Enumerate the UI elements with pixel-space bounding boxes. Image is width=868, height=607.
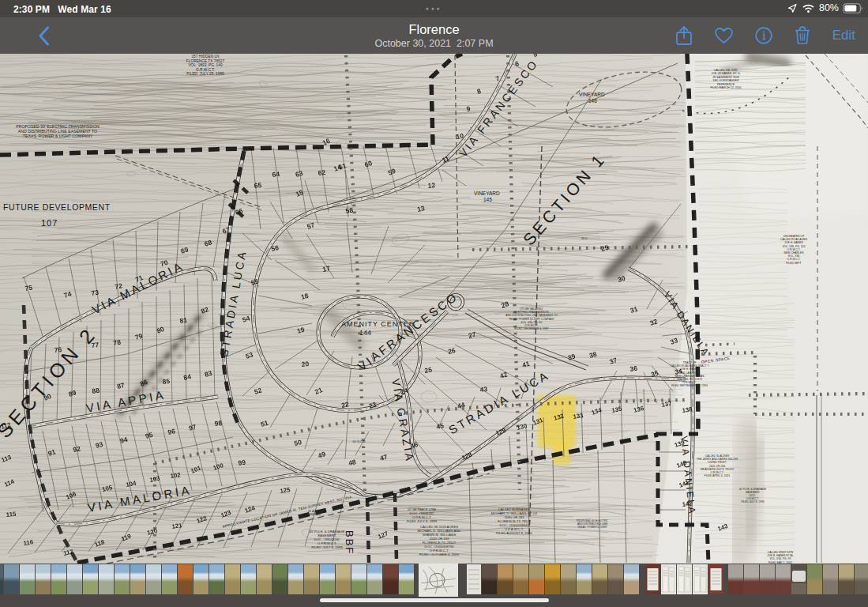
svg-text:75: 75 (24, 284, 33, 292)
svg-text:107: 107 (41, 218, 58, 228)
svg-text:43: 43 (479, 385, 488, 394)
svg-text:FILED AUGUST 8, 2000: FILED AUGUST 8, 2000 (496, 531, 532, 535)
svg-text:FILED: JULY 8, 1999: FILED: JULY 8, 1999 (311, 545, 343, 549)
svg-text:FUTURE DEVELOPMENT: FUTURE DEVELOPMENT (3, 202, 111, 212)
svg-text:FILED JULY 8, 1999: FILED JULY 8, 1999 (407, 519, 438, 523)
svg-text:FILED: DECEMBER 3, 1987: FILED: DECEMBER 3, 1987 (515, 327, 549, 330)
svg-text:142: 142 (682, 500, 693, 508)
svg-text:81: 81 (179, 316, 188, 325)
svg-text:FILED JULY 8, 1999: FILED JULY 8, 1999 (742, 500, 765, 503)
svg-text:TEXAS, POWER & LIGHT: TEXAS, POWER & LIGHT (577, 526, 607, 529)
svg-text:20: 20 (301, 360, 310, 368)
svg-text:144: 144 (359, 329, 371, 337)
svg-text:65: 65 (254, 181, 262, 190)
svg-text:25: 25 (424, 365, 433, 375)
svg-text:DEL VORSTANDER: DEL VORSTANDER (713, 79, 739, 82)
svg-text:88: 88 (92, 386, 100, 395)
svg-text:10: 10 (456, 132, 464, 141)
svg-text:JR EASEMENT RUN: JR EASEMENT RUN (712, 76, 739, 79)
svg-text:62: 62 (318, 168, 326, 177)
svg-text:36: 36 (629, 364, 638, 373)
svg-text:12: 12 (427, 181, 436, 190)
svg-text:30.0': 30.0' (581, 236, 588, 240)
svg-text:BBF: BBF (344, 530, 355, 555)
svg-text:FILED: JULY 25, 1989: FILED: JULY 25, 1989 (186, 72, 224, 76)
svg-text:98: 98 (214, 419, 223, 428)
svg-text:145: 145 (483, 197, 492, 202)
svg-text:REFERENCE: REFERENCE (717, 83, 735, 86)
svg-text:77: 77 (91, 341, 100, 349)
svg-text:99: 99 (238, 458, 246, 467)
svg-text:64: 64 (272, 170, 280, 179)
svg-text:VOL. 1802, PG. 140: VOL. 1802, PG. 140 (188, 63, 223, 67)
svg-text:138: 138 (682, 405, 693, 414)
svg-text:EASEMENT: EASEMENT (307, 513, 321, 516)
svg-text:FILED SEPTEMBER 12, 1994: FILED SEPTEMBER 12, 1994 (671, 384, 708, 387)
svg-text:78: 78 (113, 337, 122, 347)
svg-text:115: 115 (6, 511, 17, 518)
svg-text:58: 58 (345, 206, 354, 215)
svg-text:TEXAS, POWER & LIGHT COMPANY: TEXAS, POWER & LIGHT COMPANY (23, 134, 93, 138)
svg-text:FILED: OCTOBER 4, 2000: FILED: OCTOBER 4, 2000 (419, 552, 460, 556)
svg-text:AMENITY CENTER: AMENITY CENTER (341, 320, 415, 328)
svg-text:73: 73 (91, 288, 100, 297)
svg-text:O.R.W.C.T.: O.R.W.C.T. (196, 68, 215, 72)
svg-text:92: 92 (73, 444, 81, 454)
svg-text:VINEYARD: VINEYARD (579, 92, 605, 97)
svg-text:146: 146 (588, 98, 597, 104)
svg-text:157 HIDDEN LN: 157 HIDDEN LN (191, 55, 220, 58)
svg-text:60' R.O.W.: 60' R.O.W. (353, 440, 366, 443)
svg-text:85: 85 (162, 377, 171, 386)
svg-text:FILED MARCH 12, 2001: FILED MARCH 12, 2001 (710, 86, 741, 89)
svg-text:VINEYARD: VINEYARD (474, 190, 500, 196)
svg-text:FILED APRIL 6, 2001: FILED APRIL 6, 2001 (705, 474, 730, 477)
svg-text:CALLED VIE JOEL: CALLED VIE JOEL (714, 69, 738, 72)
svg-text:FILED SEPT: FILED SEPT (786, 262, 801, 265)
svg-text:FLORENCE,TX 76527: FLORENCE,TX 76527 (186, 59, 225, 63)
svg-text:JOE JR HANES, ET G.: JOE JR HANES, ET G. (711, 72, 740, 75)
svg-text:102: 102 (170, 471, 182, 480)
svg-text:76: 76 (54, 345, 62, 354)
